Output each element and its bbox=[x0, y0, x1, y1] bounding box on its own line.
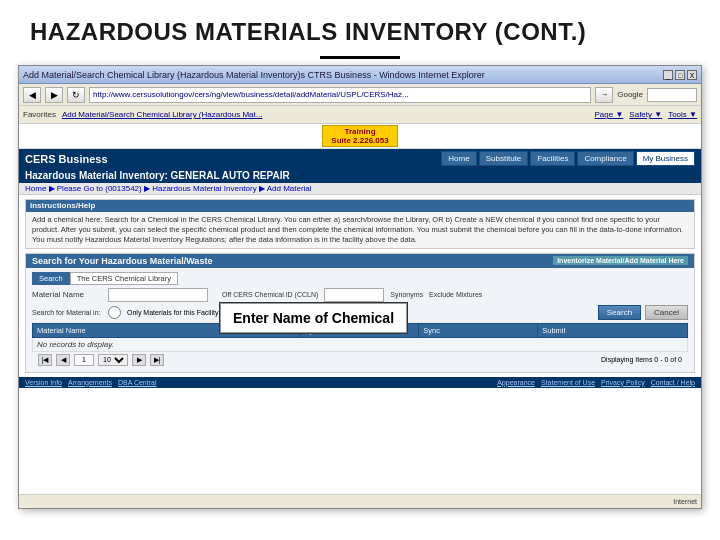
radio-facility[interactable] bbox=[108, 306, 121, 319]
browser-title-text: Add Material/Search Chemical Library (Ha… bbox=[23, 70, 485, 80]
no-records-text: No records to display. bbox=[33, 337, 688, 351]
nav-facilities[interactable]: Facilities bbox=[530, 151, 575, 166]
browser-statusbar: Internet bbox=[19, 494, 701, 508]
address-bar[interactable] bbox=[89, 87, 591, 103]
page-footer: Version Info Arrangements DBA Central Ap… bbox=[19, 377, 701, 388]
cers-id-input[interactable] bbox=[324, 288, 384, 302]
footer-privacy[interactable]: Privacy Policy bbox=[601, 379, 645, 386]
search-tab-cers-library[interactable]: The CERS Chemical Library bbox=[70, 272, 178, 285]
footer-dba[interactable]: DBA Central bbox=[118, 379, 157, 386]
cers-logo: CERS Business bbox=[25, 153, 108, 165]
page-content: Training Suite 2.226.053 CERS Business H… bbox=[19, 124, 701, 494]
page-header-title: Hazardous Material Inventory: bbox=[25, 170, 168, 181]
callout-text: Enter Name of Chemical bbox=[233, 310, 394, 326]
footer-statement[interactable]: Statement of Use bbox=[541, 379, 595, 386]
cers-nav-bar: CERS Business Home Substitute Facilities… bbox=[19, 149, 701, 168]
nav-home[interactable]: Home bbox=[441, 151, 476, 166]
title-divider bbox=[320, 56, 400, 59]
page-size-select[interactable]: 10 25 bbox=[98, 354, 128, 366]
back-button[interactable]: ◀ bbox=[23, 87, 41, 103]
search-button[interactable]: Search bbox=[598, 305, 641, 320]
cancel-button[interactable]: Cancel bbox=[645, 305, 688, 320]
search-cols-label: Off CERS Chemical ID (CCLN) bbox=[222, 291, 318, 298]
footer-version[interactable]: Version Info bbox=[25, 379, 62, 386]
nav-compliance[interactable]: Compliance bbox=[577, 151, 633, 166]
favorites-bar: Favorites Add Material/Search Chemical L… bbox=[19, 106, 701, 124]
training-banner: Training Suite 2.226.053 bbox=[19, 124, 701, 149]
google-search-input[interactable] bbox=[647, 88, 697, 102]
training-badge: Training Suite 2.226.053 bbox=[322, 125, 397, 147]
display-count: Displaying Items 0 - 0 of 0 bbox=[601, 356, 682, 363]
add-material-btn[interactable]: Inventorize Material/Add Material Here bbox=[553, 256, 688, 265]
refresh-button[interactable]: ↻ bbox=[67, 87, 85, 103]
footer-right-links: Appearance Statement of Use Privacy Poli… bbox=[497, 379, 695, 386]
last-page-btn[interactable]: ▶| bbox=[150, 354, 164, 366]
close-button[interactable]: X bbox=[687, 70, 697, 80]
col-sync2: Sync bbox=[419, 323, 538, 337]
search-material-label: Search for Material in: bbox=[32, 309, 102, 316]
slide-title-area: HAZARDOUS MATERIALS INVENTORY (CONT.) bbox=[0, 0, 720, 56]
favorites-tools[interactable]: Tools ▼ bbox=[668, 110, 697, 119]
nav-my-business[interactable]: My Business bbox=[636, 151, 695, 166]
favorites-label: Favorites bbox=[23, 110, 56, 119]
search-fields-row: Material Name Off CERS Chemical ID (CCLN… bbox=[32, 288, 688, 302]
business-name: GENERAL AUTO REPAIR bbox=[171, 170, 290, 181]
maximize-button[interactable]: □ bbox=[675, 70, 685, 80]
favorites-page[interactable]: Page ▼ bbox=[595, 110, 624, 119]
page-number-input[interactable] bbox=[74, 354, 94, 366]
next-page-btn[interactable]: ▶ bbox=[132, 354, 146, 366]
prev-page-btn[interactable]: ◀ bbox=[56, 354, 70, 366]
nav-substitute[interactable]: Substitute bbox=[479, 151, 529, 166]
slide-title: HAZARDOUS MATERIALS INVENTORY (CONT.) bbox=[30, 18, 690, 46]
search-section-header: Search for Your Hazardous Material/Waste… bbox=[26, 254, 694, 268]
browser-window: Add Material/Search Chemical Library (Ha… bbox=[18, 65, 702, 509]
footer-left-links: Version Info Arrangements DBA Central bbox=[25, 379, 156, 386]
synonyms-label: Synonyms bbox=[390, 291, 423, 298]
material-name-label: Material Name bbox=[32, 290, 102, 299]
search-tab-search[interactable]: Search bbox=[32, 272, 70, 285]
mixtures-label: Exclude Mixtures bbox=[429, 291, 482, 298]
page-header: Hazardous Material Inventory: GENERAL AU… bbox=[19, 168, 701, 183]
instructions-box: Instructions/Help Add a chemical here: S… bbox=[25, 199, 695, 249]
internet-zone: Internet bbox=[673, 498, 697, 505]
forward-button[interactable]: ▶ bbox=[45, 87, 63, 103]
radio-facility-label: Only Materials for this Facility bbox=[127, 309, 218, 316]
footer-contact[interactable]: Contact / Help bbox=[651, 379, 695, 386]
cers-navigation: Home Substitute Facilities Compliance My… bbox=[441, 151, 695, 166]
pagination: |◀ ◀ 10 25 ▶ ▶| Displaying Items 0 - 0 o… bbox=[32, 352, 688, 368]
col-submit: Submit bbox=[538, 323, 688, 337]
search-buttons: Search Cancel bbox=[598, 305, 688, 320]
breadcrumb: Home ▶ Please Go to (0013542) ▶ Hazardou… bbox=[19, 183, 701, 195]
google-label: Google bbox=[617, 90, 643, 99]
instructions-text: Add a chemical here: Search for a Chemic… bbox=[32, 215, 688, 244]
callout-box: Enter Name of Chemical bbox=[219, 302, 408, 334]
favorites-safety[interactable]: Safety ▼ bbox=[629, 110, 662, 119]
no-records-row: No records to display. bbox=[33, 337, 688, 351]
footer-arrangements[interactable]: Arrangements bbox=[68, 379, 112, 386]
browser-toolbar: ◀ ▶ ↻ → Google bbox=[19, 84, 701, 106]
favorites-item-1[interactable]: Add Material/Search Chemical Library (Ha… bbox=[62, 110, 263, 119]
go-button[interactable]: → bbox=[595, 87, 613, 103]
minimize-button[interactable]: _ bbox=[663, 70, 673, 80]
instructions-header: Instructions/Help bbox=[26, 200, 694, 212]
material-name-input[interactable] bbox=[108, 288, 208, 302]
browser-window-controls: _ □ X bbox=[663, 70, 697, 80]
first-page-btn[interactable]: |◀ bbox=[38, 354, 52, 366]
browser-titlebar: Add Material/Search Chemical Library (Ha… bbox=[19, 66, 701, 84]
footer-appearance[interactable]: Appearance bbox=[497, 379, 535, 386]
search-tabs: Search The CERS Chemical Library bbox=[32, 272, 688, 285]
